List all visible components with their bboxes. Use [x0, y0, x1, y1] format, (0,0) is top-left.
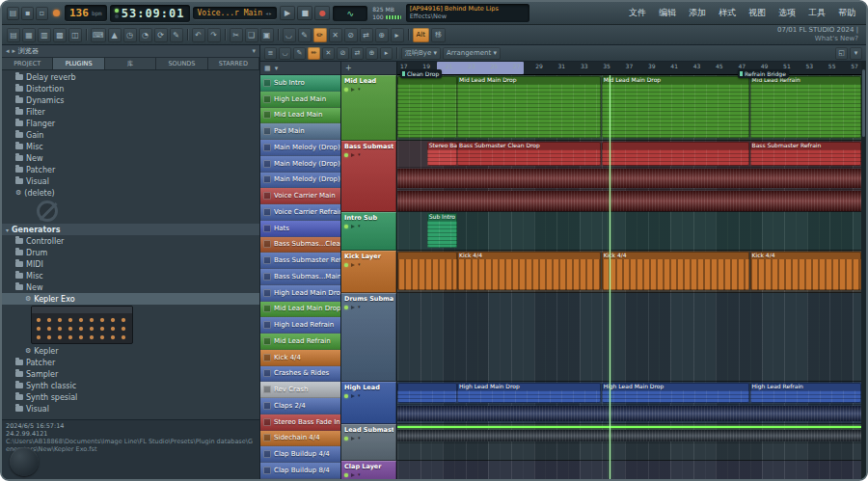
- picker-item-high-lead-refrain[interactable]: High Lead Refrain: [260, 317, 340, 334]
- timeline-ruler[interactable]: 1719212325272931333537394143454749515355…: [397, 62, 861, 75]
- pl-cut-icon[interactable]: ✕: [322, 47, 335, 60]
- pl-mute-icon[interactable]: ⊘: [337, 47, 349, 60]
- timeline-marker-clean-drop[interactable]: Clean Drop: [400, 69, 442, 78]
- browser-tab-starred[interactable]: STARRED: [208, 58, 259, 69]
- detach-button[interactable]: ▪: [21, 7, 34, 20]
- redo-icon[interactable]: ↷: [207, 28, 221, 42]
- picker-item-claps-2-4[interactable]: Claps 2/4: [260, 398, 340, 414]
- delete-tool-icon[interactable]: ✕: [329, 28, 342, 42]
- menu-帮助[interactable]: 帮助: [832, 5, 861, 21]
- browser-back-icon[interactable]: ◂: [6, 47, 10, 55]
- playlist-clip[interactable]: [397, 169, 861, 188]
- track-lane-clap-layer[interactable]: [397, 461, 861, 479]
- track-fader-icon[interactable]: [351, 88, 355, 92]
- move-button[interactable]: 移: [431, 28, 446, 42]
- picker-item-kick-4-4[interactable]: Kick 4/4: [260, 350, 340, 366]
- paint-tool-icon[interactable]: ✏: [313, 28, 327, 42]
- wait-for-input-icon[interactable]: ◷: [123, 28, 137, 42]
- track-menu-icon[interactable]: ▾: [358, 152, 361, 157]
- zoom-tool-icon[interactable]: ⊕: [375, 28, 389, 42]
- playlist-clip-mid-lead-main-drop[interactable]: Mid Lead Main Drop: [457, 76, 601, 138]
- picker-item-main-melody-drop-1[interactable]: Main Melody (Drop) #1: [260, 156, 340, 173]
- scrollbar-thumb[interactable]: [862, 69, 865, 137]
- browser-item-flanger[interactable]: Flanger: [2, 118, 259, 129]
- mixer-window-icon[interactable]: ▩: [53, 28, 67, 42]
- playlist-clip-kick-4-4[interactable]: Kick 4/4: [750, 252, 861, 290]
- browser-item-misc[interactable]: Misc: [2, 270, 259, 281]
- menu-工具[interactable]: 工具: [802, 5, 831, 21]
- browser-item-filter[interactable]: Filter: [2, 106, 259, 118]
- browser-item-gain[interactable]: Gain: [2, 129, 259, 141]
- track-menu-icon[interactable]: ▾: [358, 472, 361, 477]
- track-lane-high-lead[interactable]: High Lead Main DropHigh Lead Main DropHi…: [397, 382, 861, 424]
- track-fader-icon[interactable]: [351, 473, 355, 477]
- playlist-clip-stereo-bass-fade-in[interactable]: Stereo Bass Fade In: [427, 142, 457, 166]
- playlist-clip-bass-submaster-refrain[interactable]: Bass Submaster Refrain: [750, 142, 861, 166]
- browser-item-distortion[interactable]: Distortion: [2, 83, 259, 94]
- record-button[interactable]: ●: [314, 6, 330, 20]
- track-header-intro-sub[interactable]: Intro Sub▾: [341, 212, 396, 251]
- browser-item-visual[interactable]: Visual: [2, 175, 259, 187]
- playlist-clip-bass-submaster-clean-drop[interactable]: Bass Submaster Clean Drop: [457, 142, 601, 166]
- pl-collapse-icon[interactable]: ▾: [850, 47, 862, 60]
- pl-magnet-icon[interactable]: ◡: [279, 47, 291, 60]
- paste-icon[interactable]: ▣: [260, 28, 274, 42]
- browser-item-misc[interactable]: Misc: [2, 141, 259, 152]
- playlist-grid[interactable]: Mid Lead Main DropMid Lead Main DropMid …: [397, 75, 861, 479]
- picker-item-bass-submaster-refrain[interactable]: Bass Submaster Refrain: [260, 253, 340, 269]
- playlist-clip[interactable]: [397, 252, 457, 290]
- pl-detach-icon[interactable]: ◱: [835, 47, 848, 60]
- track-menu-icon[interactable]: ▾: [358, 305, 361, 309]
- app-menu-button[interactable]: ▤: [7, 7, 19, 20]
- pattern-selector[interactable]: Voice...r Main ◂▸: [193, 7, 278, 19]
- playlist-clip-high-lead-main-drop[interactable]: High Lead Main Drop: [457, 383, 601, 403]
- copy-icon[interactable]: ❏: [245, 28, 258, 42]
- track-menu-icon[interactable]: ▾: [358, 393, 361, 398]
- browser-tab-sounds[interactable]: SOUNDS: [156, 58, 207, 69]
- playlist-clip[interactable]: [397, 426, 861, 428]
- picker-item-stereo-bass-fade-in[interactable]: Stereo Bass Fade In: [260, 414, 340, 431]
- track-lane-drums-submast[interactable]: [397, 293, 861, 382]
- pl-zoom-icon[interactable]: ⊕: [366, 47, 378, 60]
- browser-item-visual[interactable]: Visual: [2, 403, 259, 414]
- mute-tool-icon[interactable]: ⊘: [344, 28, 358, 42]
- browser-item-delete[interactable]: ⚙(delete): [2, 187, 259, 199]
- browser-item-patcher[interactable]: Patcher: [2, 164, 259, 175]
- picker-item-rev-crash[interactable]: Rev Crash: [260, 382, 340, 398]
- picker-item-pad-main[interactable]: Pad Main: [260, 123, 340, 140]
- picker-item-high-lead-main-drop[interactable]: High Lead Main Drop: [260, 285, 340, 302]
- track-lane-mid-lead[interactable]: Mid Lead Main DropMid Lead Main DropMid …: [397, 75, 861, 141]
- pattern-dropdown[interactable]: 混响Bye ▾: [401, 47, 441, 60]
- track-lane-intro-sub[interactable]: Sub Intro: [397, 212, 861, 251]
- alt-button[interactable]: Alt: [413, 28, 429, 42]
- playlist-clip[interactable]: [397, 406, 861, 421]
- browser-item-patcher[interactable]: Patcher: [2, 357, 259, 368]
- playlist-clip-kick-4-4[interactable]: Kick 4/4: [602, 252, 749, 290]
- stop-button[interactable]: ■: [297, 6, 312, 20]
- playlist-clip-mid-lead-refrain[interactable]: Mid Lead Refrain: [750, 76, 861, 138]
- picker-item-main-melody-drop[interactable]: Main Melody (Drop): [260, 140, 340, 156]
- track-fader-icon[interactable]: [351, 306, 355, 309]
- slip-tool-icon[interactable]: ⇄: [360, 28, 373, 42]
- playlist-clip[interactable]: [602, 142, 749, 166]
- playlist-clip[interactable]: [397, 430, 861, 441]
- track-fader-icon[interactable]: [351, 394, 355, 398]
- track-lane-bass-submaster[interactable]: Stereo Bass Fade InBass Submaster Clean …: [397, 141, 861, 212]
- track-lane-lead-submaster[interactable]: [397, 424, 861, 461]
- browser-item-new[interactable]: New: [2, 152, 259, 164]
- picker-item-clap-buildup-8-4[interactable]: Clap Buildup 8/4: [260, 463, 340, 479]
- picker-item-sidechain-4-4[interactable]: Sidechain 4/4: [260, 431, 340, 447]
- track-mute-led[interactable]: [344, 306, 348, 309]
- picker-item-bass-submas-main-drop[interactable]: Bass Submas...Main Drop: [260, 269, 340, 285]
- track-mute-led[interactable]: [344, 88, 348, 92]
- track-header-lead-submaster[interactable]: Lead Submaster▾: [341, 424, 396, 461]
- track-mute-led[interactable]: [344, 394, 348, 398]
- track-fader-icon[interactable]: [351, 153, 355, 157]
- picker-header[interactable]: ▦▾: [260, 62, 340, 75]
- piano-roll-window-icon[interactable]: ▦: [22, 28, 36, 42]
- layout-button[interactable]: ▫: [36, 7, 48, 20]
- picker-item-voice-carrier-main[interactable]: Voice Carrier Main: [260, 188, 340, 204]
- browser-item-synth-spesial[interactable]: Synth spesial: [2, 391, 259, 403]
- playlist-clip-sub-intro[interactable]: Sub Intro: [427, 213, 457, 248]
- song-mode-led[interactable]: [115, 14, 119, 18]
